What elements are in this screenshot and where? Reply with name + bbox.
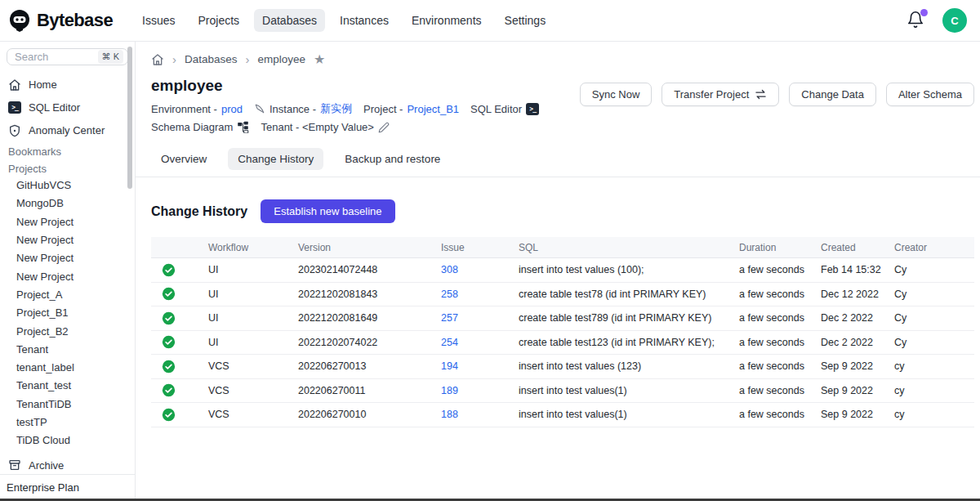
issue-link[interactable]: 258 (441, 289, 458, 300)
cell-duration: a few seconds (739, 385, 821, 396)
sidebar-project-item[interactable]: Tenant_test (0, 377, 135, 395)
table-row: VCS 202206270010 188 insert into test va… (151, 403, 974, 427)
issue-link[interactable]: 257 (441, 312, 458, 324)
instance-meta: Instance - 新实例 (254, 101, 352, 116)
sidebar-scrollbar[interactable] (127, 47, 132, 189)
sidebar-project-item[interactable]: TiDB Cloud (0, 432, 135, 450)
archive-icon (8, 459, 21, 472)
cell-creator: Cy (894, 337, 974, 348)
edit-pencil-icon[interactable] (378, 122, 390, 133)
sidebar-project-item[interactable]: testTP (0, 413, 135, 431)
table-row: UI 20230214072448 308 insert into test v… (151, 258, 974, 283)
sidebar-item-anomaly-center[interactable]: Anomaly Center (0, 119, 135, 142)
sidebar-project-item[interactable]: MongoDB (0, 195, 135, 212)
issue-link[interactable]: 254 (441, 337, 458, 348)
sidebar-project-item[interactable]: Project_B2 (0, 322, 135, 340)
nav-item-projects[interactable]: Projects (190, 9, 248, 32)
sidebar-project-item[interactable]: GitHubVCS (0, 176, 135, 194)
instance-link[interactable]: 新实例 (320, 101, 352, 116)
search-box[interactable]: ⌘ K (7, 48, 128, 65)
cell-workflow: VCS (185, 409, 298, 420)
nav-item-databases[interactable]: Databases (254, 9, 325, 32)
breadcrumb: › Databases › employee ★ (151, 52, 974, 66)
sidebar-item-home[interactable]: Home (0, 74, 135, 96)
sidebar-item-sql-editor[interactable]: >_ SQL Editor (0, 96, 135, 119)
sidebar-project-item[interactable]: New Project (0, 212, 135, 230)
cell-workflow: VCS (185, 385, 298, 396)
cell-sql: create table test789 (id int PRIMARY KEY… (519, 312, 739, 324)
nav-item-environments[interactable]: Environments (403, 9, 490, 32)
sidebar-project-item[interactable]: New Project (0, 267, 135, 285)
issue-link[interactable]: 188 (441, 409, 458, 420)
sidebar-project-item[interactable]: tenant_label (0, 358, 135, 376)
cell-creator: cy (894, 385, 974, 396)
project-label: Project - (363, 103, 403, 115)
sidebar-project-item[interactable]: TenantTiDB (0, 395, 135, 413)
sync-now-button[interactable]: Sync Now (580, 83, 653, 106)
tab-backup-and-restore[interactable]: Backup and restore (335, 148, 450, 170)
environment-meta: Environment - prod (151, 103, 243, 115)
sidebar-project-item[interactable]: Tenant (0, 340, 135, 358)
success-check-icon (151, 335, 185, 349)
cell-sql: insert into test values (100); (519, 264, 739, 275)
breadcrumb-databases[interactable]: Databases (185, 53, 238, 65)
cell-creator: Cy (894, 289, 974, 300)
cell-duration: a few seconds (739, 337, 821, 348)
chevron-right-icon: › (246, 52, 250, 66)
tenant-meta: Tenant - <Empty Value> (261, 121, 390, 133)
nav-item-issues[interactable]: Issues (134, 9, 183, 32)
main-nav: Issues Projects Databases Instances Envi… (134, 9, 554, 32)
notifications-bell-icon[interactable] (906, 11, 926, 30)
alter-schema-button[interactable]: Alter Schema (886, 83, 974, 106)
issue-link[interactable]: 194 (441, 360, 458, 372)
search-input[interactable] (15, 51, 83, 63)
cell-workflow: VCS (185, 360, 298, 372)
shield-icon (8, 124, 21, 137)
success-check-icon (151, 360, 185, 374)
project-link[interactable]: Project_B1 (407, 103, 459, 115)
tab-change-history[interactable]: Change History (228, 148, 323, 170)
cell-version: 202206270010 (298, 409, 441, 420)
col-workflow: Workflow (185, 242, 298, 253)
breadcrumb-employee[interactable]: employee (258, 53, 306, 65)
cell-duration: a few seconds (739, 264, 821, 275)
instance-engine-icon (254, 103, 265, 114)
nav-item-instances[interactable]: Instances (332, 9, 397, 32)
success-check-icon (151, 311, 185, 325)
transfer-project-button[interactable]: Transfer Project (662, 83, 779, 106)
cell-duration: a few seconds (739, 312, 821, 324)
sidebar-item-archive[interactable]: Archive (0, 457, 135, 474)
user-avatar[interactable]: C (942, 8, 967, 33)
cell-created: Dec 2 2022 (821, 312, 894, 324)
sidebar-project-item[interactable]: Project_A (0, 285, 135, 303)
schema-diagram-label: Schema Diagram (151, 121, 233, 133)
issue-link[interactable]: 308 (441, 264, 458, 275)
cell-duration: a few seconds (739, 289, 821, 300)
environment-link[interactable]: prod (221, 103, 243, 115)
sidebar-project-item[interactable]: Project_B1 (0, 304, 135, 322)
breadcrumb-home-icon[interactable] (151, 53, 164, 66)
plan-label: Enterprise Plan (0, 474, 135, 499)
table-row: UI 20221202081843 258 create table test7… (151, 283, 974, 307)
bookmark-star-icon[interactable]: ★ (314, 53, 325, 66)
change-history-table: Workflow Version Issue SQL Duration Crea… (151, 237, 974, 427)
sidebar-project-item[interactable]: New Project (0, 230, 135, 248)
cell-creator: Cy (894, 264, 974, 275)
col-issue: Issue (441, 242, 519, 253)
sql-editor-shortcut[interactable]: SQL Editor >_ (470, 103, 539, 115)
table-row: VCS 202206270011 189 insert into test va… (151, 379, 974, 404)
bytebase-logo[interactable]: Bytebase (8, 9, 113, 32)
tab-overview[interactable]: Overview (151, 148, 216, 170)
nav-item-settings[interactable]: Settings (497, 9, 555, 32)
cell-workflow: UI (185, 289, 298, 300)
cell-version: 20221202081843 (298, 289, 441, 300)
issue-link[interactable]: 189 (441, 385, 458, 396)
success-check-icon (151, 408, 185, 422)
cell-sql: insert into test values(1) (519, 385, 739, 396)
transfer-project-label: Transfer Project (674, 88, 749, 101)
schema-diagram-shortcut[interactable]: Schema Diagram (151, 121, 249, 133)
db-header: employee Environment - prod Instance - (151, 77, 580, 133)
establish-baseline-button[interactable]: Establish new baseline (261, 199, 394, 223)
change-data-button[interactable]: Change Data (789, 83, 876, 106)
sidebar-project-item[interactable]: New Project (0, 249, 135, 267)
